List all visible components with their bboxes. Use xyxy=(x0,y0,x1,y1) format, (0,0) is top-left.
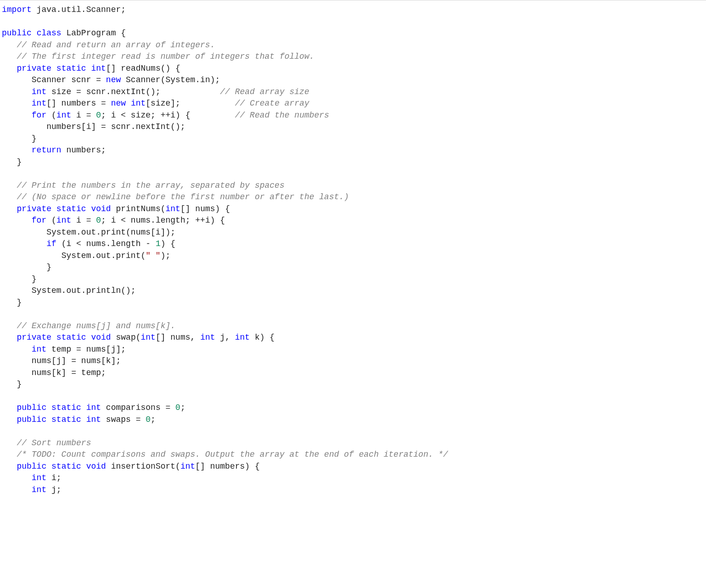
code-editor[interactable]: import java.util.Scanner; public class L… xyxy=(0,0,706,499)
code-token: 0 xyxy=(96,216,101,225)
code-token: class xyxy=(37,28,62,38)
code-line xyxy=(2,16,704,28)
code-token: int xyxy=(166,204,180,213)
code-token: int xyxy=(32,345,46,354)
code-token: nums[k] = temp; xyxy=(32,368,106,377)
code-line: nums[k] = temp; xyxy=(2,367,704,379)
code-token: public xyxy=(2,28,32,38)
code-token: int xyxy=(235,333,250,342)
code-token: numbers; xyxy=(62,146,106,155)
code-token xyxy=(51,204,56,213)
code-token: void xyxy=(91,204,111,213)
code-token xyxy=(81,415,86,424)
code-token: 1 xyxy=(156,239,161,248)
code-token: 0 xyxy=(146,415,151,424)
code-token: static xyxy=(56,64,86,73)
code-token: System.out.println(); xyxy=(32,286,136,295)
code-token: [] numbers = xyxy=(46,99,111,108)
code-token xyxy=(86,204,91,213)
code-token: java.util.Scanner; xyxy=(32,5,126,14)
code-token: int xyxy=(131,99,146,108)
code-token: [] readNums() { xyxy=(106,64,180,73)
code-token: Scanner scnr = xyxy=(32,75,106,84)
code-token: for xyxy=(32,111,46,120)
code-token: } xyxy=(17,298,22,307)
code-line: /* TODO: Count comparisons and swaps. Ou… xyxy=(2,449,704,461)
code-token: " " xyxy=(146,251,160,260)
code-token xyxy=(81,462,86,471)
code-token: [] nums, xyxy=(156,333,200,342)
code-token: // Create array xyxy=(235,99,309,108)
code-line: // Read and return an array of integers. xyxy=(2,39,704,51)
code-token: static xyxy=(56,333,86,342)
code-token xyxy=(86,333,91,342)
code-token xyxy=(32,28,37,38)
code-token: int xyxy=(56,111,71,120)
code-token: 0 xyxy=(96,111,101,120)
code-token: void xyxy=(86,462,106,471)
code-token: } xyxy=(17,380,22,389)
code-line: } xyxy=(2,379,704,391)
code-token: int xyxy=(86,403,101,412)
code-token: int xyxy=(32,473,46,482)
code-token: void xyxy=(91,333,111,342)
code-line xyxy=(2,426,704,437)
code-token: k) { xyxy=(250,333,275,342)
code-token: static xyxy=(51,415,81,424)
code-line: return numbers; xyxy=(2,145,704,157)
code-token: numbers[i] = scnr.nextInt(); xyxy=(46,122,185,131)
code-token: int xyxy=(32,87,46,96)
code-line: } xyxy=(2,262,704,274)
code-line: if (i < nums.length - 1) { xyxy=(2,238,704,250)
code-line: public class LabProgram { xyxy=(2,28,704,39)
code-token: public xyxy=(17,403,46,412)
code-token: } xyxy=(32,274,37,284)
code-line: // The first integer read is number of i… xyxy=(2,51,704,63)
code-token xyxy=(51,64,56,73)
code-token: static xyxy=(56,204,86,213)
code-token: int xyxy=(32,99,46,108)
code-line: public static int comparisons = 0; xyxy=(2,402,704,414)
code-token: private xyxy=(17,64,51,73)
code-token: // (No space or newline before the first… xyxy=(17,192,349,202)
code-token: private xyxy=(17,204,51,213)
code-token: printNums( xyxy=(111,204,166,213)
code-token: int xyxy=(141,333,156,342)
code-token: ; xyxy=(151,415,156,424)
code-line: for (int i = 0; i < nums.length; ++i) { xyxy=(2,215,704,227)
code-token: swaps = xyxy=(101,415,146,424)
code-line: // (No space or newline before the first… xyxy=(2,191,704,203)
code-token: int xyxy=(56,216,71,225)
code-token xyxy=(86,64,91,73)
code-token: import xyxy=(2,5,32,14)
code-token: public xyxy=(17,462,46,471)
code-token: temp = nums[j]; xyxy=(46,345,126,354)
code-line xyxy=(2,391,704,403)
code-line: System.out.print(" "); xyxy=(2,250,704,262)
code-line: private static void printNums(int[] nums… xyxy=(2,203,704,215)
code-line: } xyxy=(2,274,704,286)
code-token: j, xyxy=(215,333,235,342)
code-token: j; xyxy=(46,485,61,494)
code-line: } xyxy=(2,157,704,168)
code-token: // Sort numbers xyxy=(17,438,91,448)
code-line: int[] numbers = new int[size]; // Create… xyxy=(2,98,704,110)
code-line: for (int i = 0; i < size; ++i) { // Read… xyxy=(2,110,704,122)
code-line: } xyxy=(2,133,704,145)
code-token: size = scnr.nextInt(); xyxy=(46,87,220,96)
code-token: ; xyxy=(180,403,185,412)
code-token: // Read array size xyxy=(220,87,309,96)
code-token: insertionSort( xyxy=(106,462,180,471)
code-token: ( xyxy=(46,111,56,120)
code-line xyxy=(2,168,704,180)
code-token: LabProgram { xyxy=(62,28,126,38)
code-line: private static void swap(int[] nums, int… xyxy=(2,332,704,344)
code-token xyxy=(51,333,56,342)
code-token xyxy=(46,403,51,412)
code-token: static xyxy=(51,403,81,412)
code-token: return xyxy=(32,146,62,155)
code-line xyxy=(2,308,704,320)
code-token: ( xyxy=(46,216,56,225)
code-token xyxy=(126,99,131,108)
code-token xyxy=(46,462,51,471)
